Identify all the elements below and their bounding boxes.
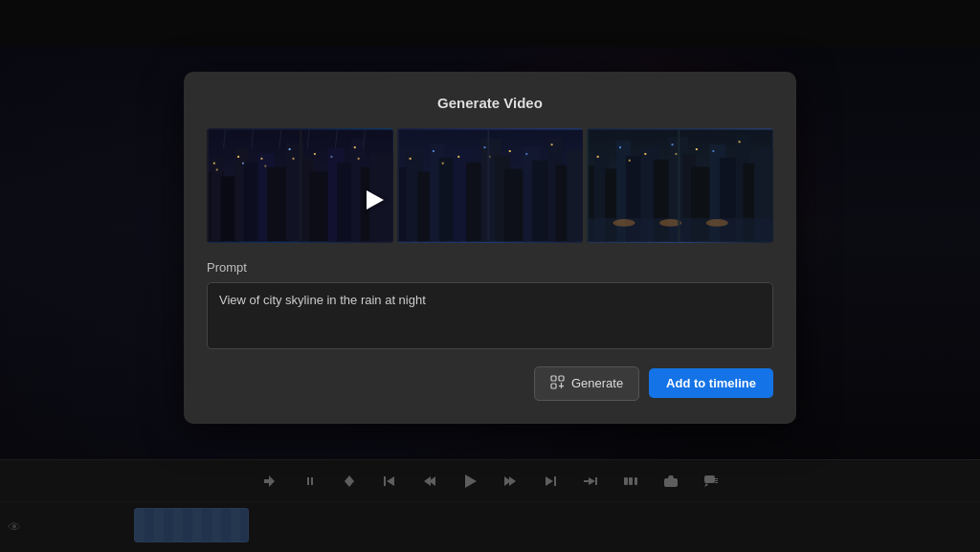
svg-rect-44 xyxy=(216,168,218,170)
svg-rect-81 xyxy=(441,162,443,164)
svg-rect-122 xyxy=(559,376,564,381)
svg-rect-116 xyxy=(696,148,698,150)
svg-rect-62 xyxy=(300,129,301,241)
svg-rect-80 xyxy=(433,150,434,152)
svg-rect-120 xyxy=(679,129,680,241)
svg-rect-123 xyxy=(551,384,556,388)
svg-rect-48 xyxy=(264,165,266,166)
svg-rect-112 xyxy=(629,159,631,161)
svg-rect-82 xyxy=(457,155,459,157)
prompt-textarea[interactable] xyxy=(207,282,773,349)
svg-rect-79 xyxy=(409,157,411,159)
svg-rect-47 xyxy=(260,157,262,159)
video-thumbnail-2[interactable] xyxy=(397,128,584,243)
svg-rect-89 xyxy=(487,129,489,241)
thumbnails-row xyxy=(207,128,773,243)
svg-rect-49 xyxy=(289,148,291,150)
svg-rect-111 xyxy=(619,146,621,148)
svg-rect-88 xyxy=(397,129,399,241)
actions-row: Generate Add to timeline xyxy=(207,366,773,401)
svg-rect-52 xyxy=(330,155,332,157)
svg-rect-87 xyxy=(550,144,552,145)
svg-rect-117 xyxy=(713,150,715,152)
generate-button[interactable]: Generate xyxy=(534,366,639,401)
svg-point-109 xyxy=(706,219,728,227)
svg-rect-61 xyxy=(207,129,209,241)
svg-rect-43 xyxy=(213,162,215,164)
svg-rect-50 xyxy=(293,157,295,159)
svg-rect-53 xyxy=(354,146,356,148)
video-thumbnail-1[interactable] xyxy=(207,128,393,243)
add-to-timeline-button[interactable]: Add to timeline xyxy=(649,368,773,398)
svg-rect-46 xyxy=(242,162,244,164)
generate-video-modal: Generate Video xyxy=(184,72,796,424)
generate-icon xyxy=(550,375,565,392)
svg-rect-51 xyxy=(314,152,316,154)
svg-rect-45 xyxy=(237,155,239,157)
video-thumbnail-3[interactable] xyxy=(587,128,773,243)
svg-rect-78 xyxy=(567,150,584,240)
svg-rect-54 xyxy=(358,157,360,159)
modal-overlay: Generate Video xyxy=(0,0,980,552)
svg-rect-110 xyxy=(597,155,599,157)
svg-rect-114 xyxy=(672,144,674,145)
svg-rect-118 xyxy=(739,141,741,143)
svg-rect-119 xyxy=(587,129,589,241)
svg-rect-115 xyxy=(676,152,678,154)
svg-point-107 xyxy=(613,219,635,227)
prompt-label: Prompt xyxy=(207,260,773,275)
svg-rect-83 xyxy=(483,146,485,148)
generate-label: Generate xyxy=(571,376,623,390)
modal-title: Generate Video xyxy=(207,95,773,111)
cursor xyxy=(367,190,384,210)
svg-rect-86 xyxy=(525,152,527,154)
svg-rect-121 xyxy=(551,376,556,381)
svg-rect-113 xyxy=(645,152,647,154)
svg-rect-85 xyxy=(508,150,510,152)
